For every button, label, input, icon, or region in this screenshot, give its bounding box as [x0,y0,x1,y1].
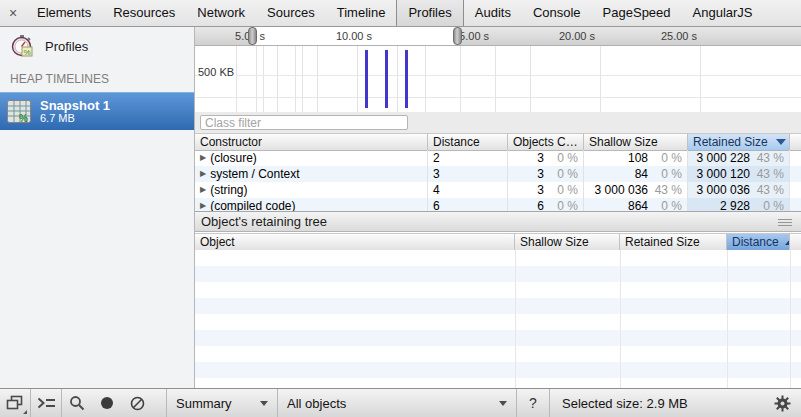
snapshot-size: 6.7 MB [40,112,110,125]
heap-timelines-section-header: HEAP TIMELINES [0,64,194,92]
gridline [530,46,531,112]
sidebar-item-snapshot-1[interactable]: % Snapshot 1 6.7 MB [0,92,194,130]
column-header-distance[interactable]: Distance [428,134,508,150]
gridline [195,75,801,76]
gridline [295,46,296,112]
gridline [700,46,701,112]
disclosure-icon[interactable]: ▶ [200,166,206,182]
chevron-down-icon [260,401,268,406]
gridline [317,46,318,112]
class-filter-input[interactable] [200,115,408,130]
settings-gear-button[interactable] [763,389,801,417]
tab-network[interactable]: Network [186,0,256,26]
devtools-tabbar: × Elements Resources Network Sources Tim… [0,0,801,27]
heap-allocation-bar [405,50,408,108]
gridline [236,46,237,112]
svg-text:%: % [24,48,31,57]
column-header-spacer [790,234,801,250]
heap-allocation-bar [385,50,388,108]
tab-resources[interactable]: Resources [102,0,186,26]
selection-left-handle[interactable] [248,27,257,45]
show-console-button[interactable] [31,389,61,417]
tab-profiles[interactable]: Profiles [396,0,463,26]
gridline [195,97,801,98]
resize-grip-icon[interactable] [778,219,792,226]
long-press-indicator [23,410,27,414]
gridline [460,46,461,112]
disclosure-icon[interactable]: ▶ [200,150,206,166]
gridline [495,46,496,112]
gridline [277,46,278,112]
dock-side-button[interactable] [0,389,30,417]
column-header-shallow-size[interactable]: Shallow Size [584,134,688,150]
table-row-system-context[interactable]: ▶system / Context 3 30 % 840 % 3 000 120… [195,166,801,182]
graph-y-axis-label: 500 KB [198,66,236,78]
ruler-tick: 5.00 s [215,30,265,42]
selection-right-handle[interactable] [453,27,462,45]
devtools-window: × Elements Resources Network Sources Tim… [0,0,801,417]
gridline [425,46,426,112]
objects-filter-select[interactable]: All objects [278,389,516,417]
column-header-spacer [790,134,801,150]
search-button[interactable] [62,389,92,417]
snapshot-title: Snapshot 1 [40,99,110,112]
tab-pagespeed[interactable]: PageSpeed [592,0,682,26]
tab-angularjs[interactable]: AngularJS [682,0,764,26]
selected-size-status: Selected size: 2.9 MB [550,396,700,411]
sidebar-item-profiles[interactable]: % Profiles [0,27,194,64]
tab-audits[interactable]: Audits [464,0,522,26]
disclosure-icon[interactable]: ▶ [200,198,206,211]
ruler-tick: 20.00 s [545,30,595,42]
disclosure-icon[interactable]: ▶ [200,182,206,198]
clear-button[interactable] [122,389,152,417]
column-header-retained-size[interactable]: Retained Size [620,234,727,250]
gridline [600,46,601,112]
tab-sources[interactable]: Sources [256,0,326,26]
sort-desc-icon [776,139,786,145]
record-button[interactable] [92,389,122,417]
sidebar-profiles-label: Profiles [45,39,88,54]
column-header-shallow-size[interactable]: Shallow Size [515,234,620,250]
table-row-string[interactable]: ▶(string) 4 30 % 3 000 03643 % 3 000 036… [195,182,801,198]
ruler-tick: 10.00 s [327,30,381,42]
column-separator [515,250,516,388]
constructors-table-header: Constructor Distance Objects C… Shallow … [195,133,801,151]
column-header-constructor[interactable]: Constructor [195,134,428,150]
column-separator [727,250,728,388]
retaining-tree-body[interactable] [195,250,801,388]
ruler-tick: 25.00 s [647,30,697,42]
chevron-down-icon [499,401,507,406]
view-mode-select[interactable]: Summary [167,389,277,417]
column-header-distance[interactable]: Distance [727,234,790,250]
profiles-sidebar: % Profiles HEAP TIMELINES % Sn [0,27,195,388]
table-row-compiled-code[interactable]: ▶(compiled code) 6 60 % 8640 % 2 9280 % [195,198,801,211]
tab-elements[interactable]: Elements [26,0,102,26]
column-header-object[interactable]: Object [195,234,515,250]
column-separator [620,250,621,388]
column-header-objects-count[interactable]: Objects C… [508,134,584,150]
close-icon[interactable]: × [0,0,26,26]
retaining-tree-splitter[interactable]: Object's retaining tree [195,211,801,232]
retaining-tree-header: Object Shallow Size Retained Size Distan… [195,233,801,251]
stopwatch-icon: % [10,34,34,58]
gridline [397,46,398,112]
gridline [256,46,257,112]
tab-timeline[interactable]: Timeline [326,0,397,26]
column-separator [790,250,791,388]
help-button[interactable]: ? [517,395,549,411]
gridline [357,46,358,112]
heap-allocation-bar [365,50,368,108]
tab-console[interactable]: Console [522,0,592,26]
column-header-retained-size[interactable]: Retained Size [688,134,790,150]
heap-timeline-graph[interactable]: 500 KB [195,46,801,113]
retaining-tree-title: Object's retaining tree [201,214,327,229]
timeline-overview-ruler[interactable]: 5.00 s 10.00 s 15.00 s 20.00 s 25.00 s [195,27,801,46]
svg-text:%: % [19,113,28,124]
class-filter-bar [195,112,801,133]
gridline [302,46,303,112]
table-row-closure[interactable]: ▶(closure) 2 30 % 1080 % 3 000 22843 % [195,150,801,166]
statusbar: Summary All objects ? Selected size: 2.9… [0,388,801,417]
gridline [263,46,264,112]
snapshot-icon: % [6,98,32,125]
